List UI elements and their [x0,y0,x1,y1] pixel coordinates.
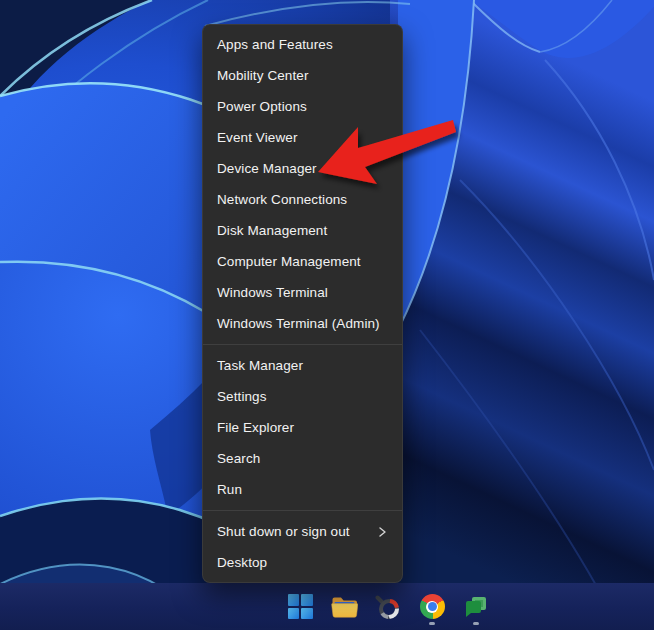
running-indicator [429,622,435,625]
menu-item-label: File Explorer [217,420,294,435]
menu-item-computer-management[interactable]: Computer Management [203,246,402,277]
winx-context-menu: Apps and Features Mobility Center Power … [202,24,403,583]
menu-item-task-manager[interactable]: Task Manager [203,350,402,381]
menu-item-label: Power Options [217,99,307,114]
menu-item-label: Event Viewer [217,130,298,145]
menu-item-label: Network Connections [217,192,347,207]
menu-item-label: Desktop [217,555,267,570]
menu-item-label: Run [217,482,242,497]
menu-item-label: Task Manager [217,358,303,373]
menu-item-run[interactable]: Run [203,474,402,505]
menu-item-desktop[interactable]: Desktop [203,547,402,578]
menu-item-event-viewer[interactable]: Event Viewer [203,122,402,153]
chevron-right-icon [376,526,388,538]
google-chat-icon [463,594,489,620]
menu-item-label: Shut down or sign out [217,524,350,539]
search-lens-icon [375,594,401,620]
menu-item-search[interactable]: Search [203,443,402,474]
menu-item-power-options[interactable]: Power Options [203,91,402,122]
chrome-icon [420,594,445,619]
menu-item-label: Apps and Features [217,37,333,52]
running-indicator [473,622,479,625]
menu-item-apps-and-features[interactable]: Apps and Features [203,29,402,60]
menu-item-settings[interactable]: Settings [203,381,402,412]
taskbar-icons [283,586,493,627]
menu-separator [203,344,402,345]
menu-item-label: Windows Terminal [217,285,328,300]
menu-item-shut-down-or-sign-out[interactable]: Shut down or sign out [203,516,402,547]
windows-start-icon [288,594,313,619]
menu-item-label: Search [217,451,260,466]
search-lens-button[interactable] [371,586,405,627]
menu-item-file-explorer[interactable]: File Explorer [203,412,402,443]
taskbar [0,583,654,630]
menu-item-label: Disk Management [217,223,327,238]
menu-item-label: Windows Terminal (Admin) [217,316,380,331]
menu-item-windows-terminal-admin[interactable]: Windows Terminal (Admin) [203,308,402,339]
google-chat-button[interactable] [459,586,493,627]
menu-item-network-connections[interactable]: Network Connections [203,184,402,215]
chrome-button[interactable] [415,586,449,627]
menu-item-mobility-center[interactable]: Mobility Center [203,60,402,91]
desktop[interactable]: Apps and Features Mobility Center Power … [0,0,654,630]
menu-separator [203,510,402,511]
menu-item-device-manager[interactable]: Device Manager [203,153,402,184]
menu-item-windows-terminal[interactable]: Windows Terminal [203,277,402,308]
file-explorer-button[interactable] [327,586,361,627]
menu-item-label: Device Manager [217,161,317,176]
folder-icon [331,595,358,618]
menu-item-label: Computer Management [217,254,361,269]
start-button[interactable] [283,586,317,627]
menu-item-label: Settings [217,389,267,404]
menu-item-disk-management[interactable]: Disk Management [203,215,402,246]
menu-item-label: Mobility Center [217,68,309,83]
